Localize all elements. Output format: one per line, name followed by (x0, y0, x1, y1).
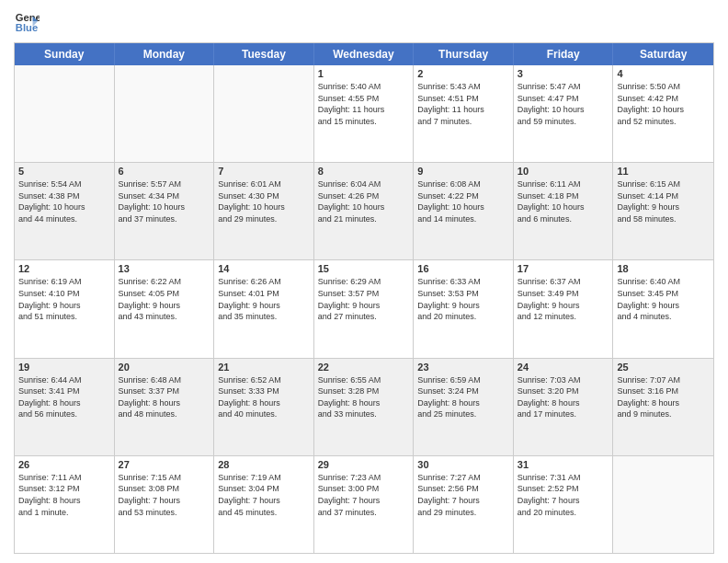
calendar-cell-11: 11Sunrise: 6:15 AM Sunset: 4:14 PM Dayli… (613, 163, 713, 259)
cell-info: Sunrise: 7:31 AM Sunset: 2:52 PM Dayligh… (518, 472, 609, 518)
day-number: 23 (417, 362, 509, 373)
day-number: 8 (318, 166, 410, 177)
day-number: 26 (18, 459, 110, 470)
day-number: 15 (318, 263, 410, 274)
day-number: 28 (218, 459, 310, 470)
cell-info: Sunrise: 7:03 AM Sunset: 3:20 PM Dayligh… (518, 374, 609, 420)
calendar-cell-12: 12Sunrise: 6:19 AM Sunset: 4:10 PM Dayli… (15, 260, 115, 357)
cell-info: Sunrise: 7:27 AM Sunset: 2:56 PM Dayligh… (417, 472, 509, 518)
calendar: SundayMondayTuesdayWednesdayThursdayFrid… (14, 42, 714, 554)
weekday-header-thursday: Thursday (414, 43, 514, 65)
calendar-cell-28: 28Sunrise: 7:19 AM Sunset: 3:04 PM Dayli… (214, 456, 314, 553)
day-number: 20 (119, 362, 210, 373)
calendar-cell-15: 15Sunrise: 6:29 AM Sunset: 3:57 PM Dayli… (314, 260, 415, 357)
day-number: 4 (617, 68, 710, 79)
calendar-header: SundayMondayTuesdayWednesdayThursdayFrid… (15, 43, 713, 65)
cell-info: Sunrise: 7:07 AM Sunset: 3:16 PM Dayligh… (617, 374, 710, 420)
weekday-header-tuesday: Tuesday (214, 43, 314, 65)
day-number: 6 (119, 166, 210, 177)
day-number: 24 (518, 362, 609, 373)
day-number: 9 (417, 166, 509, 177)
header: General Blue (14, 9, 714, 35)
cell-info: Sunrise: 7:23 AM Sunset: 3:00 PM Dayligh… (318, 472, 410, 518)
cell-info: Sunrise: 6:26 AM Sunset: 4:01 PM Dayligh… (218, 276, 310, 322)
day-number: 21 (218, 362, 310, 373)
cell-info: Sunrise: 5:57 AM Sunset: 4:34 PM Dayligh… (119, 178, 210, 224)
calendar-cell-23: 23Sunrise: 6:59 AM Sunset: 3:24 PM Dayli… (414, 359, 514, 455)
calendar-body: 1Sunrise: 5:40 AM Sunset: 4:55 PM Daylig… (15, 65, 713, 553)
calendar-cell-17: 17Sunrise: 6:37 AM Sunset: 3:49 PM Dayli… (514, 260, 614, 357)
calendar-cell-empty-0 (15, 65, 115, 162)
day-number: 3 (518, 68, 609, 79)
cell-info: Sunrise: 5:47 AM Sunset: 4:47 PM Dayligh… (518, 81, 609, 127)
weekday-header-monday: Monday (115, 43, 215, 65)
page-container: General Blue SundayMondayTuesdayWednesda… (0, 0, 728, 563)
calendar-cell-10: 10Sunrise: 6:11 AM Sunset: 4:18 PM Dayli… (514, 163, 614, 259)
calendar-row-4: 19Sunrise: 6:44 AM Sunset: 3:41 PM Dayli… (15, 359, 713, 456)
weekday-header-friday: Friday (514, 43, 614, 65)
cell-info: Sunrise: 6:22 AM Sunset: 4:05 PM Dayligh… (119, 276, 210, 322)
cell-info: Sunrise: 6:59 AM Sunset: 3:24 PM Dayligh… (417, 374, 509, 420)
calendar-cell-16: 16Sunrise: 6:33 AM Sunset: 3:53 PM Dayli… (414, 260, 514, 357)
calendar-cell-6: 6Sunrise: 5:57 AM Sunset: 4:34 PM Daylig… (115, 163, 215, 259)
day-number: 13 (119, 263, 210, 274)
calendar-row-1: 1Sunrise: 5:40 AM Sunset: 4:55 PM Daylig… (15, 65, 713, 163)
day-number: 30 (417, 459, 509, 470)
day-number: 27 (119, 459, 210, 470)
cell-info: Sunrise: 6:33 AM Sunset: 3:53 PM Dayligh… (417, 276, 509, 322)
cell-info: Sunrise: 6:52 AM Sunset: 3:33 PM Dayligh… (218, 374, 310, 420)
calendar-cell-20: 20Sunrise: 6:48 AM Sunset: 3:37 PM Dayli… (115, 359, 215, 455)
day-number: 29 (318, 459, 410, 470)
day-number: 22 (318, 362, 410, 373)
calendar-cell-27: 27Sunrise: 7:15 AM Sunset: 3:08 PM Dayli… (115, 456, 215, 553)
calendar-cell-8: 8Sunrise: 6:04 AM Sunset: 4:26 PM Daylig… (314, 163, 415, 259)
cell-info: Sunrise: 7:15 AM Sunset: 3:08 PM Dayligh… (119, 472, 210, 518)
cell-info: Sunrise: 6:37 AM Sunset: 3:49 PM Dayligh… (518, 276, 609, 322)
weekday-header-wednesday: Wednesday (314, 43, 415, 65)
calendar-cell-3: 3Sunrise: 5:47 AM Sunset: 4:47 PM Daylig… (514, 65, 614, 162)
calendar-cell-31: 31Sunrise: 7:31 AM Sunset: 2:52 PM Dayli… (514, 456, 614, 553)
cell-info: Sunrise: 6:40 AM Sunset: 3:45 PM Dayligh… (617, 276, 710, 322)
cell-info: Sunrise: 7:11 AM Sunset: 3:12 PM Dayligh… (18, 472, 110, 518)
day-number: 16 (417, 263, 509, 274)
calendar-cell-24: 24Sunrise: 7:03 AM Sunset: 3:20 PM Dayli… (514, 359, 614, 455)
calendar-row-5: 26Sunrise: 7:11 AM Sunset: 3:12 PM Dayli… (15, 456, 713, 553)
day-number: 5 (18, 166, 110, 177)
calendar-cell-25: 25Sunrise: 7:07 AM Sunset: 3:16 PM Dayli… (613, 359, 713, 455)
calendar-cell-2: 2Sunrise: 5:43 AM Sunset: 4:51 PM Daylig… (414, 65, 514, 162)
cell-info: Sunrise: 6:29 AM Sunset: 3:57 PM Dayligh… (318, 276, 410, 322)
cell-info: Sunrise: 5:43 AM Sunset: 4:51 PM Dayligh… (417, 81, 509, 127)
cell-info: Sunrise: 7:19 AM Sunset: 3:04 PM Dayligh… (218, 472, 310, 518)
cell-info: Sunrise: 6:19 AM Sunset: 4:10 PM Dayligh… (18, 276, 110, 322)
calendar-cell-30: 30Sunrise: 7:27 AM Sunset: 2:56 PM Dayli… (414, 456, 514, 553)
cell-info: Sunrise: 6:08 AM Sunset: 4:22 PM Dayligh… (417, 178, 509, 224)
calendar-cell-22: 22Sunrise: 6:55 AM Sunset: 3:28 PM Dayli… (314, 359, 415, 455)
calendar-cell-18: 18Sunrise: 6:40 AM Sunset: 3:45 PM Dayli… (613, 260, 713, 357)
day-number: 19 (18, 362, 110, 373)
day-number: 11 (617, 166, 710, 177)
calendar-cell-19: 19Sunrise: 6:44 AM Sunset: 3:41 PM Dayli… (15, 359, 115, 455)
cell-info: Sunrise: 5:50 AM Sunset: 4:42 PM Dayligh… (617, 81, 710, 127)
calendar-cell-13: 13Sunrise: 6:22 AM Sunset: 4:05 PM Dayli… (115, 260, 215, 357)
cell-info: Sunrise: 6:44 AM Sunset: 3:41 PM Dayligh… (18, 374, 110, 420)
calendar-cell-4: 4Sunrise: 5:50 AM Sunset: 4:42 PM Daylig… (613, 65, 713, 162)
weekday-header-sunday: Sunday (15, 43, 115, 65)
logo: General Blue (14, 9, 43, 35)
day-number: 17 (518, 263, 609, 274)
cell-info: Sunrise: 6:11 AM Sunset: 4:18 PM Dayligh… (518, 178, 609, 224)
day-number: 1 (318, 68, 410, 79)
calendar-cell-empty-2 (214, 65, 314, 162)
calendar-cell-9: 9Sunrise: 6:08 AM Sunset: 4:22 PM Daylig… (414, 163, 514, 259)
cell-info: Sunrise: 6:55 AM Sunset: 3:28 PM Dayligh… (318, 374, 410, 420)
calendar-row-3: 12Sunrise: 6:19 AM Sunset: 4:10 PM Dayli… (15, 260, 713, 358)
cell-info: Sunrise: 6:15 AM Sunset: 4:14 PM Dayligh… (617, 178, 710, 224)
cell-info: Sunrise: 6:48 AM Sunset: 3:37 PM Dayligh… (119, 374, 210, 420)
calendar-row-2: 5Sunrise: 5:54 AM Sunset: 4:38 PM Daylig… (15, 163, 713, 260)
calendar-cell-29: 29Sunrise: 7:23 AM Sunset: 3:00 PM Dayli… (314, 456, 415, 553)
calendar-cell-21: 21Sunrise: 6:52 AM Sunset: 3:33 PM Dayli… (214, 359, 314, 455)
calendar-cell-empty-6 (613, 456, 713, 553)
cell-info: Sunrise: 6:01 AM Sunset: 4:30 PM Dayligh… (218, 178, 310, 224)
day-number: 14 (218, 263, 310, 274)
weekday-header-saturday: Saturday (613, 43, 713, 65)
day-number: 7 (218, 166, 310, 177)
